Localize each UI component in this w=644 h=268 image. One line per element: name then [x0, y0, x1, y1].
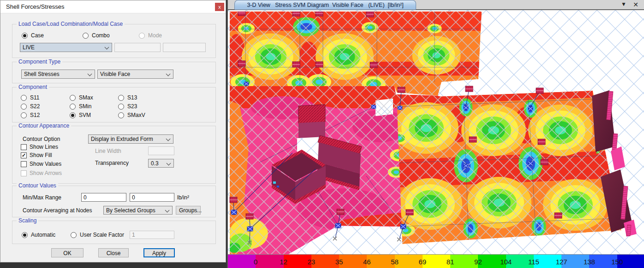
view-titlebar: 3-D View Stress SVM Diagram Visible Face…	[228, 0, 644, 10]
radio-s12-label: S12	[30, 112, 40, 118]
checkbox-show-arrows	[21, 170, 27, 176]
radio-automatic-label: Automatic	[31, 232, 55, 238]
stress-type-select[interactable]: Shell Stresses	[21, 70, 95, 79]
checkbox-show-arrows-label: Show Arrows	[30, 170, 62, 176]
screen: Shell Forces/Stresses x Load Case/Load C…	[0, 0, 644, 268]
window-close-icon[interactable]: ✕	[633, 1, 638, 8]
radio-smax-label: SMax	[79, 94, 93, 101]
radio-svm-label: SVM	[79, 112, 91, 118]
view-title-tab[interactable]: 3-D View Stress SVM Diagram Visible Face…	[234, 0, 416, 10]
ok-button[interactable]: OK	[51, 248, 83, 257]
range-unit-label: lb/in²	[177, 194, 189, 201]
radio-case[interactable]	[22, 33, 28, 39]
mode-value-field	[163, 43, 206, 52]
radio-case-label: Case	[31, 32, 44, 39]
legend-tick-label: 150	[611, 257, 623, 265]
3d-view-window: 3-D View Stress SVM Diagram Visible Face…	[227, 0, 644, 268]
averaging-label: Contour Averaging at Nodes	[23, 207, 92, 214]
contour-color-legend: 01223354658698192104115127138150	[228, 254, 644, 268]
legend-tick-label: 35	[335, 257, 343, 265]
checkbox-show-fill-label: Show Fill	[30, 152, 52, 158]
group-component: Component	[12, 87, 216, 122]
group-contour-appearance-label: Contour Appearance	[17, 122, 71, 129]
checkbox-show-fill[interactable]	[21, 152, 27, 158]
radio-s13-label: S13	[127, 94, 137, 101]
legend-tick-label: 81	[447, 257, 454, 265]
legend-tick-label: 115	[528, 257, 539, 265]
min-max-range-label: Min/Max Range	[23, 194, 61, 201]
radio-s22-label: S22	[30, 103, 40, 110]
radio-combo[interactable]	[83, 33, 89, 39]
legend-tick-label: 104	[500, 257, 512, 265]
checkbox-show-lines[interactable]	[21, 144, 27, 150]
radio-s13[interactable]	[118, 95, 124, 101]
radio-automatic[interactable]	[22, 232, 28, 238]
radio-mode-label: Mode	[148, 32, 162, 39]
max-range-input[interactable]	[130, 193, 174, 202]
line-width-input	[148, 146, 174, 155]
dialog-title: Shell Forces/Stresses	[6, 0, 64, 13]
radio-user-scale-label: User Scale Factor	[80, 232, 124, 238]
group-scaling-label: Scaling	[17, 217, 38, 224]
radio-svm[interactable]	[70, 112, 76, 118]
window-menu-icon[interactable]: ▼	[621, 1, 626, 7]
group-load-case-label: Load Case/Load Combination/Modal Case	[17, 21, 125, 27]
combo-value-field	[114, 43, 161, 52]
legend-tick-label: 69	[419, 257, 427, 265]
radio-s23-label: S23	[127, 103, 137, 110]
close-button[interactable]: Close	[98, 248, 129, 257]
group-load-case: Load Case/Load Combination/Modal Case	[12, 24, 216, 58]
radio-s11-label: S11	[30, 94, 39, 101]
shell-forces-stresses-dialog: Shell Forces/Stresses x Load Case/Load C…	[0, 0, 226, 262]
radio-s12[interactable]	[21, 112, 27, 118]
group-component-label: Component	[17, 84, 49, 90]
radio-combo-label: Combo	[92, 32, 110, 39]
radio-smaxv-label: SMaxV	[127, 112, 145, 118]
right-slab	[389, 91, 621, 244]
stress-contour-scene	[228, 10, 644, 254]
radio-s11[interactable]	[21, 95, 27, 101]
legend-tick-label: 12	[280, 257, 287, 265]
radio-s22[interactable]	[21, 104, 27, 110]
legend-tick-label: 46	[363, 257, 371, 265]
legend-tick-label: 127	[556, 257, 567, 265]
radio-smax[interactable]	[70, 95, 76, 101]
groups-button[interactable]: Groups...	[176, 206, 201, 215]
transparency-select[interactable]: 0.3	[148, 159, 174, 168]
radio-s23[interactable]	[118, 104, 124, 110]
averaging-select[interactable]: By Selected Groups	[103, 206, 173, 215]
scale-factor-input	[130, 231, 174, 239]
checkbox-show-values[interactable]	[21, 161, 27, 167]
desktop-background	[0, 262, 227, 268]
contour-option-select[interactable]: Display in Extruded Form	[88, 134, 173, 144]
group-component-type-label: Component Type	[17, 58, 62, 65]
radio-user-scale[interactable]	[71, 232, 77, 238]
radio-smin-label: SMin	[79, 103, 91, 110]
min-range-input[interactable]	[81, 193, 126, 202]
legend-color-segment	[228, 255, 256, 268]
contour-option-label: Contour Option	[23, 136, 60, 142]
radio-smaxv[interactable]	[118, 112, 124, 118]
group-contour-values-label: Contour Values	[17, 182, 58, 189]
legend-tick-label: 92	[474, 257, 482, 265]
dialog-titlebar[interactable]: Shell Forces/Stresses x	[0, 0, 226, 13]
transparency-label: Transparency	[95, 160, 129, 166]
face-select[interactable]: Visible Face	[97, 70, 173, 79]
legend-tick-label: 0	[254, 257, 257, 265]
legend-tick-label: 58	[391, 257, 399, 265]
checkbox-show-lines-label: Show Lines	[30, 144, 58, 150]
radio-smin[interactable]	[70, 104, 76, 110]
checkbox-show-values-label: Show Values	[30, 161, 61, 167]
load-case-select[interactable]: LIVE	[20, 43, 112, 52]
apply-button[interactable]: Apply	[143, 248, 175, 257]
legend-tick-label: 23	[307, 257, 315, 265]
legend-tick-label: 138	[584, 257, 595, 265]
radio-mode	[139, 33, 145, 39]
line-width-label: Line Width	[95, 148, 121, 154]
3d-model-viewport[interactable]	[228, 10, 644, 254]
dialog-close-icon[interactable]: x	[215, 3, 224, 11]
